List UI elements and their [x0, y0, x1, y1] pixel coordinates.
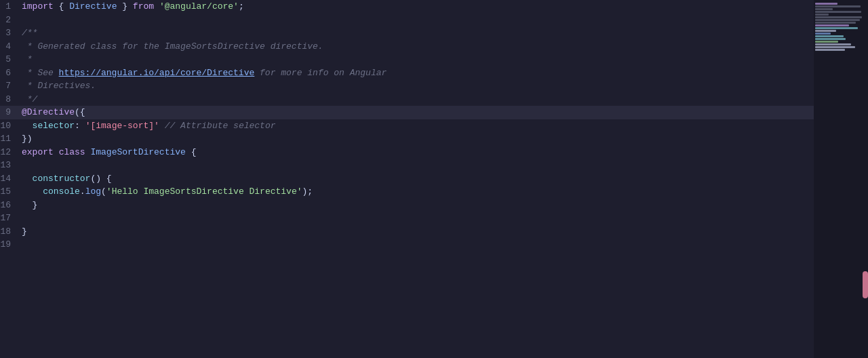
- line-number: 4: [0, 40, 22, 54]
- line-content: *: [22, 53, 808, 66]
- code-line: 16 }: [0, 199, 814, 212]
- code-line: 11}): [0, 132, 814, 146]
- code-line: 9@Directive({: [0, 106, 814, 119]
- line-content: * Generated class for the ImageSortsDire…: [22, 40, 808, 54]
- code-line: 6 * See https://angular.io/api/core/Dire…: [0, 66, 814, 80]
- code-line: 18}: [0, 225, 814, 239]
- line-number: 14: [0, 172, 22, 186]
- line-number: 12: [0, 146, 22, 159]
- code-line: 2: [0, 14, 814, 27]
- line-content: console.log('Hello ImageSortsDirective D…: [22, 185, 808, 199]
- line-content: /**: [22, 26, 808, 40]
- minimap: [814, 0, 868, 358]
- line-number: 11: [0, 132, 22, 146]
- line-content: export class ImageSortDirective {: [22, 146, 808, 159]
- minimap-content: [814, 0, 868, 54]
- line-number: 6: [0, 66, 22, 80]
- line-number: 19: [0, 238, 22, 252]
- line-number: 15: [0, 185, 22, 199]
- line-number: 1: [0, 0, 22, 14]
- line-content: [22, 238, 808, 252]
- code-line: 3/**: [0, 26, 814, 40]
- line-content: @Directive({: [22, 106, 808, 119]
- line-content: [22, 212, 808, 225]
- code-line: 14 constructor() {: [0, 172, 814, 186]
- line-content: import { Directive } from '@angular/core…: [22, 0, 808, 14]
- code-line: 10 selector: '[image-sort]' // Attribute…: [0, 119, 814, 133]
- code-line: 7 * Directives.: [0, 79, 814, 93]
- line-number: 17: [0, 212, 22, 225]
- line-number: 7: [0, 79, 22, 93]
- line-content: }): [22, 132, 808, 146]
- line-content: * Directives.: [22, 79, 808, 93]
- code-line: 15 console.log('Hello ImageSortsDirectiv…: [0, 185, 814, 199]
- line-content: selector: '[image-sort]' // Attribute se…: [22, 119, 808, 133]
- code-line: 17: [0, 212, 814, 225]
- line-number: 9: [0, 106, 22, 119]
- code-line: 1import { Directive } from '@angular/cor…: [0, 0, 814, 14]
- code-line: 12export class ImageSortDirective {: [0, 146, 814, 159]
- line-number: 3: [0, 26, 22, 40]
- code-line: 5 *: [0, 53, 814, 66]
- line-content: constructor() {: [22, 172, 808, 186]
- line-number: 18: [0, 225, 22, 239]
- code-line: 8 */: [0, 93, 814, 106]
- code-area[interactable]: 1import { Directive } from '@angular/cor…: [0, 0, 814, 358]
- line-content: }: [22, 225, 808, 239]
- line-content: [22, 14, 808, 27]
- line-content: [22, 159, 808, 172]
- line-number: 8: [0, 93, 22, 106]
- code-line: 13: [0, 159, 814, 172]
- line-content: * See https://angular.io/api/core/Direct…: [22, 66, 808, 80]
- line-content: */: [22, 93, 808, 106]
- line-number: 13: [0, 159, 22, 172]
- line-number: 5: [0, 53, 22, 66]
- line-number: 10: [0, 119, 22, 133]
- code-line: 4 * Generated class for the ImageSortsDi…: [0, 40, 814, 54]
- scrollbar-hint: [863, 271, 868, 298]
- line-number: 16: [0, 199, 22, 212]
- code-line: 19: [0, 238, 814, 252]
- line-number: 2: [0, 14, 22, 27]
- editor-container: 1import { Directive } from '@angular/cor…: [0, 0, 868, 358]
- line-content: }: [22, 199, 808, 212]
